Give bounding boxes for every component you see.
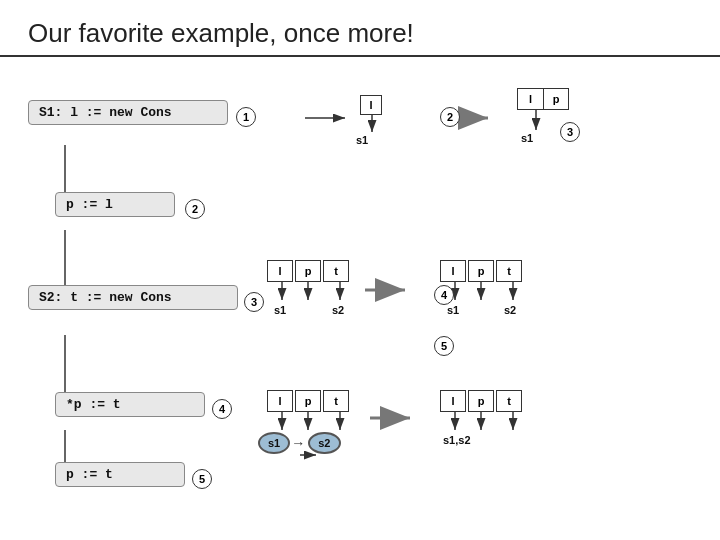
cell-p-s3: p xyxy=(295,260,321,282)
step-circle-5: 5 xyxy=(192,469,212,489)
step-circle-1: 1 xyxy=(236,107,256,127)
oval-s2: s2 xyxy=(308,432,340,454)
cell-t-s3r: t xyxy=(496,260,522,282)
label-s2-s3r: s2 xyxy=(504,304,516,316)
result-step1-l: l p xyxy=(517,88,569,110)
code-box-step1: S1: l := new Cons xyxy=(28,100,228,125)
step-circle-3: 3 xyxy=(244,292,264,312)
code-box-step4: *p := t xyxy=(55,392,205,417)
cell-l-s3r: l xyxy=(440,260,466,282)
cell-l: l xyxy=(360,95,382,115)
cell-l-s3: l xyxy=(267,260,293,282)
code-box-step3: S2: t := new Cons xyxy=(28,285,238,310)
label-s1s2-combined: s1,s2 xyxy=(443,434,471,446)
step-circle-4: 4 xyxy=(212,399,232,419)
cell-t-s3: t xyxy=(323,260,349,282)
arrows-svg xyxy=(0,0,720,540)
cell-p-s3r: p xyxy=(468,260,494,282)
circle-4-s3: 4 xyxy=(434,285,454,305)
oval-s1: s1 xyxy=(258,432,290,454)
cell-l-right: l xyxy=(517,88,543,110)
oval-pair-step4: s1 → s2 xyxy=(258,432,341,454)
page: Our favorite example, once more! xyxy=(0,0,720,540)
arrow-s1-s2: → xyxy=(291,435,305,451)
circle-5-s3: 5 xyxy=(434,336,454,356)
page-title: Our favorite example, once more! xyxy=(28,18,414,48)
node-l-step1: l xyxy=(360,95,382,115)
tree-step3-right: l p t xyxy=(440,260,522,282)
step-circle-2: 2 xyxy=(185,199,205,219)
title-section: Our favorite example, once more! xyxy=(0,0,720,57)
label-s1-step1: s1 xyxy=(356,134,368,146)
circle-3-step1-result: 3 xyxy=(560,122,580,142)
label-s1-s3r: s1 xyxy=(447,304,459,316)
code-box-step5: p := t xyxy=(55,462,185,487)
code-box-step2: p := l xyxy=(55,192,175,217)
label-s1-s3: s1 xyxy=(274,304,286,316)
tree-step4-right: l p t xyxy=(440,390,522,412)
tree-step3-left: l p t xyxy=(267,260,357,282)
tree-step4-left: l p t xyxy=(267,390,349,412)
circle-2-step1: 2 xyxy=(440,107,460,127)
label-s2-s3: s2 xyxy=(332,304,344,316)
cell-p-right: p xyxy=(543,88,569,110)
label-s1-right1: s1 xyxy=(521,132,533,144)
